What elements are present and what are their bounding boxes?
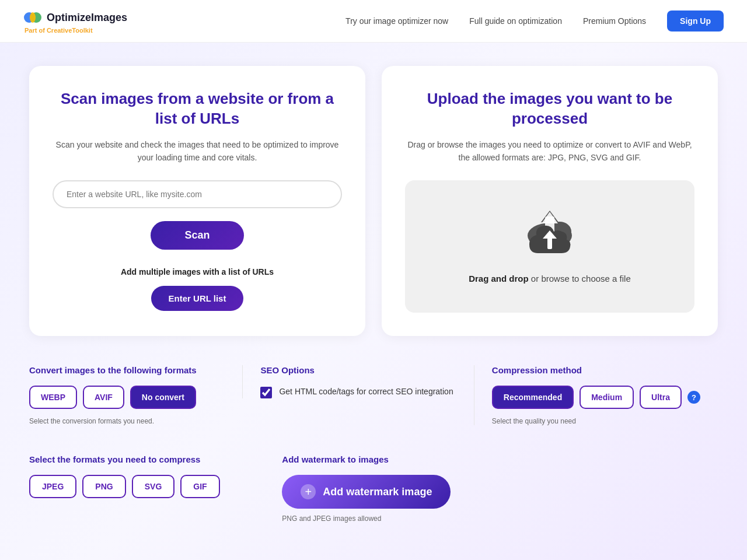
signup-button[interactable]: Sign Up <box>667 10 724 32</box>
upload-card-title: Upload the images you want to be process… <box>405 89 694 129</box>
compression-help-icon[interactable]: ? <box>687 391 700 404</box>
scan-button[interactable]: Scan <box>151 221 244 250</box>
add-watermark-label: Add watermark image <box>323 486 432 498</box>
watermark-group: Add watermark to images + Add watermark … <box>282 454 718 523</box>
enter-url-list-button[interactable]: Enter URL list <box>151 286 244 311</box>
url-list-label: Add multiple images with a list of URLs <box>53 267 342 276</box>
logo-text: OptimizeImages <box>47 12 127 24</box>
compress-formats-title: Select the formats you need to compress <box>29 454 247 464</box>
compress-format-buttons: JPEG PNG SVG GIF <box>29 475 247 498</box>
compression-title: Compression method <box>492 365 700 375</box>
comp-medium-button[interactable]: Medium <box>580 386 634 409</box>
plus-icon: + <box>301 484 316 499</box>
upload-drop-zone[interactable]: Drag and drop or browse to choose a file <box>405 180 694 313</box>
format-noconvert-button[interactable]: No convert <box>130 386 196 409</box>
compression-buttons: Recommended Medium Ultra ? <box>492 386 700 409</box>
convert-note: Select the conversion formats you need. <box>29 417 225 425</box>
scan-card-desc: Scan your website and check the images t… <box>53 138 342 164</box>
upload-card-desc: Drag or browse the images you need to op… <box>405 138 694 164</box>
seo-title: SEO Options <box>260 365 456 375</box>
bottom-section: Select the formats you need to compress … <box>29 454 718 523</box>
logo-brand: CreativeToolkit <box>47 27 93 34</box>
options-section: Convert images to the following formats … <box>29 365 718 425</box>
format-buttons: WEBP AVIF No convert <box>29 386 225 409</box>
format-avif-button[interactable]: AVIF <box>83 386 124 409</box>
upload-cloud-icon <box>523 221 576 262</box>
drop-zone-text: Drag and drop or browse to choose a file <box>469 274 631 284</box>
drop-bold-text: Drag and drop <box>469 274 529 284</box>
comp-recommended-button[interactable]: Recommended <box>492 386 574 409</box>
compress-jpeg-button[interactable]: JPEG <box>29 475 76 498</box>
seo-options-group: SEO Options Get HTML code/tags for corre… <box>242 365 473 398</box>
svg-rect-10 <box>547 237 552 249</box>
compress-svg-button[interactable]: SVG <box>132 475 175 498</box>
compress-gif-button[interactable]: GIF <box>180 475 219 498</box>
seo-checkbox-row: Get HTML code/tags for correct SEO integ… <box>260 386 456 398</box>
compress-png-button[interactable]: PNG <box>82 475 125 498</box>
nav-premium-link[interactable]: Premium Options <box>583 16 646 26</box>
scan-card: Scan images from a website or from a lis… <box>29 66 365 336</box>
main-nav: Try our image optimizer now Full guide o… <box>345 10 724 32</box>
drop-rest-text: or browse to choose a file <box>529 274 631 284</box>
format-webp-button[interactable]: WEBP <box>29 386 77 409</box>
watermark-title: Add watermark to images <box>282 454 718 464</box>
seo-checkbox[interactable] <box>260 387 272 398</box>
watermark-note: PNG and JPEG images allowed <box>282 514 718 523</box>
seo-label: Get HTML code/tags for correct SEO integ… <box>279 386 453 398</box>
scan-card-title: Scan images from a website or from a lis… <box>53 89 342 129</box>
nav-optimizer-link[interactable]: Try our image optimizer now <box>345 16 448 26</box>
logo-subtitle: Part of CreativeToolkit <box>25 27 127 34</box>
convert-format-group: Convert images to the following formats … <box>29 365 242 425</box>
nav-guide-link[interactable]: Full guide on optimization <box>469 16 562 26</box>
svg-point-2 <box>30 12 36 23</box>
cards-row: Scan images from a website or from a lis… <box>29 66 718 336</box>
url-input[interactable] <box>53 180 342 208</box>
compression-group: Compression method Recommended Medium Ul… <box>474 365 718 425</box>
compression-note: Select the quality you need <box>492 417 700 425</box>
convert-title: Convert images to the following formats <box>29 365 225 375</box>
comp-ultra-button[interactable]: Ultra <box>640 386 682 409</box>
logo-icon <box>23 8 42 27</box>
compress-formats-group: Select the formats you need to compress … <box>29 454 247 498</box>
upload-card: Upload the images you want to be process… <box>382 66 718 336</box>
logo: OptimizeImages <box>23 8 127 27</box>
add-watermark-button[interactable]: + Add watermark image <box>282 475 451 509</box>
logo-area: OptimizeImages Part of CreativeToolkit <box>23 8 127 34</box>
